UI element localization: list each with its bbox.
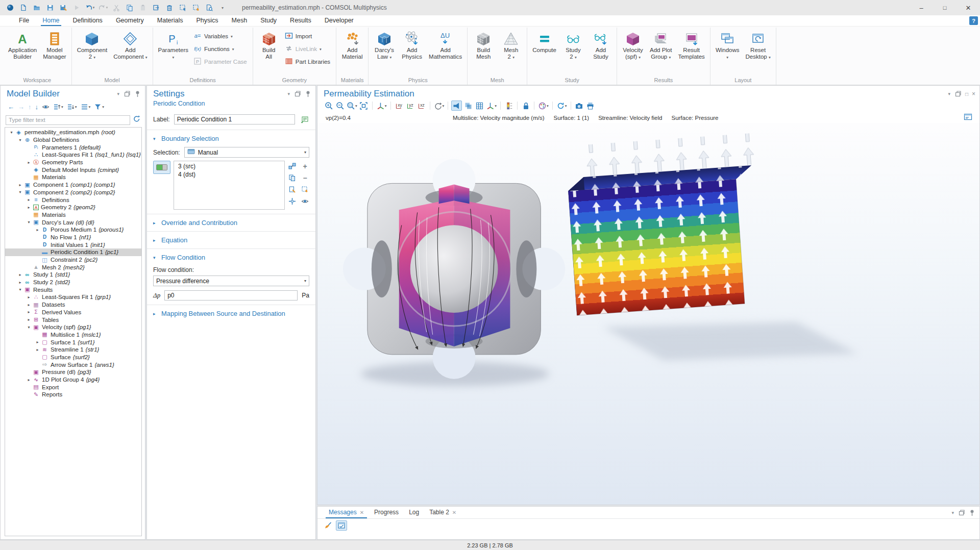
view-settings-icon[interactable]: ▾ — [485, 101, 497, 111]
tree-node[interactable]: ▸∞Study 1{std1} — [5, 271, 141, 279]
update-plot-icon[interactable]: ▾ — [556, 101, 568, 111]
chevron-closed-icon[interactable]: ▸ — [34, 347, 41, 352]
select-objects-icon[interactable] — [177, 2, 189, 14]
grid-icon[interactable] — [474, 101, 484, 111]
section-boundary-selection[interactable]: ▾ Boundary Selection — [153, 131, 309, 146]
copy-selection-icon[interactable] — [288, 173, 297, 182]
open-messages-window-icon[interactable] — [336, 520, 347, 531]
part-libraries-button[interactable]: Part Libraries — [283, 56, 333, 68]
menu-file[interactable]: File — [12, 16, 36, 26]
chevron-open-icon[interactable]: ▾ — [26, 220, 32, 224]
paste-selection-icon[interactable] — [288, 185, 297, 194]
tree-node[interactable]: ▾▣Results — [5, 286, 141, 293]
tree-node[interactable]: ◫Constraint 2{pc2} — [5, 256, 141, 264]
add-to-selection-icon[interactable]: + — [301, 162, 309, 170]
add-plot-group-button[interactable]: Add PlotGroup ▾ — [647, 29, 674, 62]
variables-button[interactable]: a=Variables▾ — [192, 30, 250, 42]
zoom-box-icon[interactable]: ▾ — [346, 101, 358, 111]
lock-axes-icon[interactable] — [521, 101, 531, 111]
model-builder-pin-icon[interactable] — [134, 90, 141, 97]
duplicate-icon[interactable] — [150, 2, 162, 14]
preview-icon[interactable] — [203, 2, 215, 14]
tree-node[interactable]: ◈Default Model Inputs{cminpt} — [5, 166, 141, 173]
graphics-close-icon[interactable]: × — [972, 90, 975, 97]
tree-filter-input[interactable] — [6, 115, 130, 125]
tree-node[interactable]: ▸ⒶGeometry Parts — [5, 159, 141, 166]
close-button[interactable]: ✕ — [957, 0, 980, 15]
model-builder-panel-menu-icon[interactable]: ▾ — [117, 91, 119, 96]
settings-float-icon[interactable] — [293, 90, 301, 97]
graphics-panel-menu-icon[interactable]: ▾ — [948, 91, 950, 96]
model-manager-button[interactable]: ModelManager — [40, 29, 68, 61]
messages-panel-menu-icon[interactable]: ▾ — [951, 510, 954, 515]
label-input[interactable] — [174, 114, 295, 124]
chevron-closed-icon[interactable]: ▸ — [26, 317, 32, 322]
toolbar-overflow-icon[interactable]: ▾ — [216, 2, 229, 14]
delete-icon[interactable] — [163, 2, 176, 14]
tree-node[interactable]: ▦Materials — [5, 173, 141, 181]
run-icon[interactable] — [70, 2, 83, 14]
chevron-closed-icon[interactable]: ▸ — [26, 197, 32, 202]
tree-node[interactable]: ▸▦Datasets — [5, 301, 141, 309]
tree-node[interactable]: ▣Pressure (dl){pg3} — [5, 368, 141, 376]
copy-icon[interactable] — [124, 2, 136, 14]
velocity-spf-button[interactable]: Velocity(spf) ▾ — [620, 29, 646, 62]
chevron-closed-icon[interactable]: ▸ — [26, 295, 32, 299]
section-equation[interactable]: ▸ Equation — [153, 233, 309, 247]
tab-table-2[interactable]: Table 2✕ — [424, 507, 461, 518]
create-selection-icon[interactable] — [288, 162, 297, 170]
messages-pin-icon[interactable] — [969, 509, 975, 516]
section-override-contribution[interactable]: ▸ Override and Contribution — [153, 215, 309, 230]
new-file-icon[interactable] — [17, 2, 30, 14]
node-text-icon[interactable]: ▾ — [80, 102, 92, 112]
chevron-closed-icon[interactable]: ▸ — [26, 378, 32, 382]
model-builder-float-icon[interactable] — [123, 90, 131, 97]
show-selection-icon[interactable] — [301, 197, 309, 206]
chevron-open-icon[interactable]: ▾ — [17, 287, 23, 292]
add-component-button[interactable]: AddComponent ▾ — [111, 29, 150, 62]
image-settings-icon[interactable]: ▾ — [537, 101, 549, 111]
remove-from-selection-icon[interactable]: − — [301, 173, 309, 182]
tree-node[interactable]: ∴Least-Squares Fit 1(lsq1_fun1) {lsq1} — [5, 151, 141, 159]
functions-button[interactable]: f(x)Functions▾ — [192, 43, 250, 55]
tree-node[interactable]: ▸DPorous Medium 1{porous1} — [5, 226, 141, 234]
rotate-icon[interactable]: ▾ — [433, 101, 445, 111]
forward-icon[interactable]: → — [17, 102, 26, 112]
tree-node[interactable]: ▸∞Study 2{std2} — [5, 279, 141, 286]
tree-node[interactable]: ▸⊞Tables — [5, 316, 141, 323]
print-icon[interactable] — [585, 101, 596, 111]
snapshot-icon[interactable] — [574, 101, 584, 111]
clear-messages-icon[interactable] — [323, 520, 334, 531]
tree-node[interactable]: ✎Reports — [5, 391, 141, 398]
minimize-button[interactable]: – — [910, 0, 933, 15]
parameter-case-button[interactable]: PParameter Case — [192, 56, 250, 68]
tree-node[interactable]: ▸≋Streamline 1{str1} — [5, 346, 141, 354]
chevron-closed-icon[interactable]: ▸ — [26, 310, 32, 314]
compute-button[interactable]: Compute — [530, 29, 559, 55]
back-icon[interactable]: ← — [7, 102, 15, 112]
build-mesh-button[interactable]: BuildMesh — [470, 29, 497, 61]
tree-node[interactable]: DNo Flow 1{nf1} — [5, 234, 141, 241]
chevron-closed-icon[interactable]: ▸ — [34, 228, 41, 232]
tree-node[interactable]: ▸ΣDerived Values — [5, 309, 141, 316]
scene-light-icon[interactable] — [451, 101, 462, 111]
tree-node[interactable]: ▸▢Surface 1{surf1} — [5, 338, 141, 346]
save-as-icon[interactable] — [57, 2, 69, 14]
component-2-button[interactable]: Component2 ▾ — [75, 29, 110, 62]
menu-developer[interactable]: Developer — [318, 16, 360, 26]
tree-node[interactable]: ▲Mesh 2{mesh2} — [5, 263, 141, 271]
build-all-button[interactable]: BuildAll — [256, 29, 282, 61]
menu-home[interactable]: Home — [36, 16, 66, 26]
chevron-closed-icon[interactable]: ▸ — [26, 205, 32, 210]
menu-definitions[interactable]: Definitions — [66, 16, 109, 26]
label-info-icon[interactable] — [299, 115, 309, 124]
zoom-to-selection-icon[interactable] — [288, 197, 297, 206]
move-up-icon[interactable]: ↑ — [27, 102, 33, 112]
pressure-difference-input[interactable] — [164, 290, 298, 301]
selection-dropdown[interactable]: Manual ▾ — [184, 147, 309, 158]
tree-node[interactable]: PᵢParameters 1{default} — [5, 143, 141, 151]
paste-icon[interactable] — [137, 2, 149, 14]
tree-node[interactable]: ▾▣Component 2(comp2) {comp2} — [5, 189, 141, 196]
menu-study[interactable]: Study — [254, 16, 283, 26]
selection-entry[interactable]: 3 (src) — [174, 162, 284, 170]
